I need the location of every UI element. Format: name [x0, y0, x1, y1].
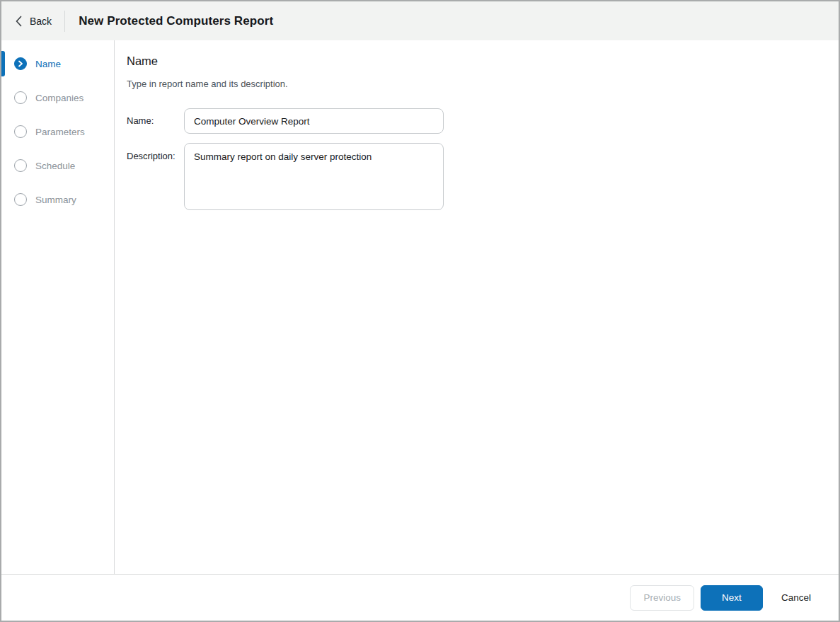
- header-bar: Back New Protected Computers Report: [1, 1, 839, 40]
- step-heading: Name: [127, 54, 822, 68]
- name-field-label: Name:: [127, 108, 184, 134]
- wizard-step-name[interactable]: Name: [1, 47, 114, 81]
- previous-button[interactable]: Previous: [630, 585, 694, 611]
- step-status-icon: [14, 57, 27, 70]
- description-field-row: Description: Summary report on daily ser…: [127, 143, 822, 210]
- step-content-panel: Name Type in report name and its descrip…: [115, 40, 839, 574]
- chevron-left-icon: [16, 16, 22, 27]
- header-divider: [64, 11, 65, 32]
- step-label: Companies: [35, 93, 84, 103]
- description-field-label: Description:: [127, 143, 184, 161]
- wizard-body: Name Companies Parameters: [1, 40, 839, 574]
- wizard-step-parameters[interactable]: Parameters: [1, 115, 114, 149]
- step-status-icon: [14, 193, 27, 206]
- step-subtitle: Type in report name and its description.: [127, 79, 822, 89]
- footer-action-bar: Previous Next Cancel: [1, 574, 839, 621]
- wizard-step-summary[interactable]: Summary: [1, 183, 114, 217]
- cancel-button[interactable]: Cancel: [774, 585, 818, 611]
- step-label: Summary: [35, 195, 76, 205]
- back-button-label: Back: [30, 16, 52, 27]
- report-name-form: Name: Description: Summary report on dai…: [127, 108, 822, 210]
- name-field-row: Name:: [127, 108, 822, 134]
- step-label: Schedule: [35, 161, 75, 171]
- step-status-icon: [14, 159, 27, 172]
- active-step-indicator: [1, 51, 5, 76]
- page-title: New Protected Computers Report: [79, 14, 273, 28]
- step-status-icon: [14, 125, 27, 138]
- next-button[interactable]: Next: [701, 585, 763, 611]
- report-name-input[interactable]: [184, 108, 444, 134]
- wizard-step-companies[interactable]: Companies: [1, 81, 114, 115]
- step-label: Parameters: [35, 127, 85, 137]
- back-button[interactable]: Back: [13, 11, 54, 31]
- wizard-steps-sidebar: Name Companies Parameters: [1, 40, 115, 574]
- report-description-textarea[interactable]: Summary report on daily server protectio…: [184, 143, 444, 210]
- wizard-window: Back New Protected Computers Report Name: [0, 0, 840, 622]
- step-label: Name: [35, 59, 61, 69]
- step-status-icon: [14, 91, 27, 104]
- wizard-step-schedule[interactable]: Schedule: [1, 149, 114, 183]
